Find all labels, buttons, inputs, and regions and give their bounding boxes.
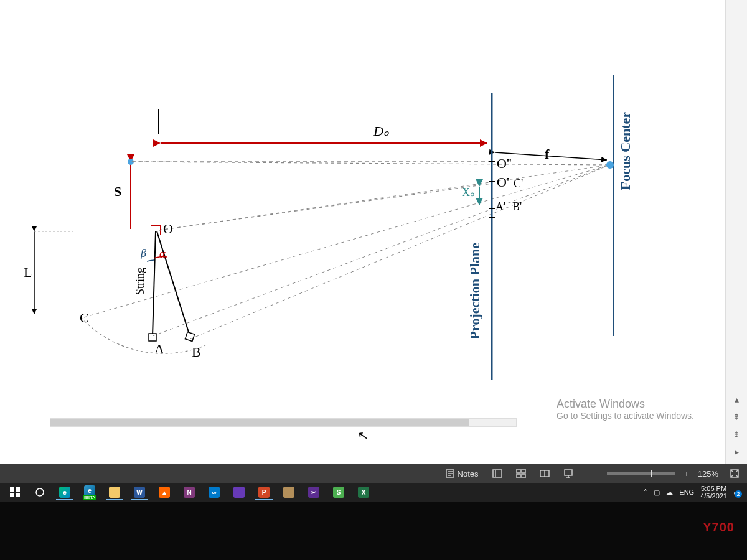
watermark-sub: Go to Settings to activate Windows. <box>557 411 694 421</box>
laptop-bezel: Y700 <box>0 502 747 560</box>
powerpoint-button[interactable]: P <box>253 484 275 500</box>
circle-icon <box>35 487 45 497</box>
slide-sorter-button[interactable] <box>514 467 529 480</box>
label-o: O <box>163 221 173 237</box>
tray-onedrive-icon[interactable]: ☁ <box>666 488 673 497</box>
rail-more-icon[interactable]: ▸ <box>731 447 742 458</box>
fit-to-window-icon <box>730 469 740 478</box>
svg-line-17 <box>84 165 610 317</box>
windows-icon <box>10 487 20 497</box>
word-icon: W <box>134 487 145 498</box>
svg-line-6 <box>132 162 610 165</box>
app3-button[interactable]: S <box>327 484 350 500</box>
svg-rect-38 <box>565 470 572 475</box>
svg-rect-30 <box>493 470 502 477</box>
beta-badge: BETA <box>83 495 96 500</box>
zoom-slider[interactable] <box>607 472 675 475</box>
edge-beta-button[interactable]: e BETA <box>78 484 101 500</box>
svg-rect-34 <box>517 474 520 478</box>
tray-language[interactable]: ENG <box>679 488 694 496</box>
notes-button[interactable]: Notes <box>443 467 481 480</box>
zoom-thumb[interactable] <box>651 470 652 477</box>
physics-diagram: Dₒ f L S O C A B α β String O'' O' C' A'… <box>0 0 725 464</box>
action-center-icon[interactable]: ▭ <box>733 488 740 497</box>
app2-button[interactable] <box>278 484 300 500</box>
label-xp: Xₚ <box>462 185 475 199</box>
svg-line-15 <box>153 165 610 336</box>
label-do: Dₒ <box>374 123 389 139</box>
powerpoint-statusbar: Notes − + 125% <box>0 464 747 483</box>
vlc-button[interactable]: ▲ <box>153 484 176 500</box>
system-tray: ˄ ▢ ☁ ENG 5:05 PM 4/5/2021 ▭ <box>644 485 743 500</box>
svg-rect-43 <box>16 487 20 492</box>
svg-rect-45 <box>16 493 20 497</box>
zoom-in-button[interactable]: + <box>684 469 689 478</box>
svg-point-46 <box>36 488 44 496</box>
cortana-button[interactable] <box>29 484 51 500</box>
notes-label: Notes <box>458 469 479 478</box>
reading-view-button[interactable] <box>537 467 552 480</box>
label-cprime: C' <box>514 177 523 190</box>
folder-icon <box>109 487 120 498</box>
label-c: C <box>80 310 89 326</box>
label-s: S <box>114 184 121 200</box>
svg-rect-32 <box>517 469 520 473</box>
rail-next-icon[interactable]: ⇟ <box>731 429 742 441</box>
windows-activation-watermark: Activate Windows Go to Settings to activ… <box>557 398 694 421</box>
zoom-out-button[interactable]: − <box>594 469 599 478</box>
watermark-title: Activate Windows <box>557 398 694 411</box>
svg-rect-12 <box>185 332 194 341</box>
excel-icon: X <box>358 487 369 498</box>
tray-clock[interactable]: 5:05 PM 4/5/2021 <box>700 485 727 500</box>
fit-to-window-button[interactable] <box>727 467 742 480</box>
normal-view-icon <box>492 469 502 478</box>
powerpoint-icon: P <box>258 487 270 498</box>
word-button[interactable]: W <box>128 484 151 500</box>
diagram-lines <box>0 0 725 464</box>
svg-line-16 <box>190 165 610 339</box>
snip-button[interactable]: ✂ <box>303 484 325 500</box>
label-beta: β <box>141 247 146 260</box>
vscode-icon: ∞ <box>209 487 220 498</box>
app2-icon <box>283 487 294 498</box>
zoom-level[interactable]: 125% <box>698 469 718 478</box>
normal-view-button[interactable] <box>490 467 505 480</box>
label-l: L <box>24 264 32 281</box>
start-button[interactable] <box>4 484 26 500</box>
rail-prev-icon[interactable]: ⇞ <box>731 412 742 423</box>
snip-icon: ✂ <box>308 487 319 498</box>
app1-button[interactable] <box>228 484 250 500</box>
svg-rect-10 <box>149 334 156 341</box>
tray-time: 5:05 PM <box>700 485 727 492</box>
horizontal-scrollbar[interactable] <box>50 418 517 427</box>
laptop-brand: Y700 <box>703 520 735 534</box>
scrollbar-thumb[interactable] <box>50 419 469 426</box>
app3-icon: S <box>333 487 344 498</box>
edge-icon: e <box>59 487 70 498</box>
label-string: String <box>134 268 147 295</box>
edge-button[interactable]: e <box>54 484 76 500</box>
screen: Dₒ f L S O C A B α β String O'' O' C' A'… <box>0 0 747 502</box>
label-bprime: B' <box>512 200 522 213</box>
notes-icon <box>445 469 455 478</box>
windows-taskbar: e e BETA W ▲ N ∞ P ✂ <box>0 483 747 502</box>
slideshow-button[interactable] <box>561 467 576 480</box>
right-rail: ▴ ⇞ ⇟ ▸ <box>725 0 747 464</box>
slide-canvas[interactable]: Dₒ f L S O C A B α β String O'' O' C' A'… <box>0 0 725 464</box>
vscode-button[interactable]: ∞ <box>203 484 225 500</box>
label-a: A <box>154 341 164 357</box>
slideshow-icon <box>563 469 573 478</box>
rail-up-icon[interactable]: ▴ <box>731 394 742 406</box>
svg-rect-42 <box>10 487 14 492</box>
svg-rect-33 <box>522 469 525 473</box>
tray-battery-icon[interactable]: ▢ <box>654 488 660 497</box>
onenote-button[interactable]: N <box>178 484 200 500</box>
file-explorer-button[interactable] <box>103 484 126 500</box>
tray-chevron-icon[interactable]: ˄ <box>644 488 647 497</box>
app1-icon <box>233 487 245 498</box>
excel-button[interactable]: X <box>352 484 375 500</box>
svg-line-8 <box>159 165 610 230</box>
label-aprime: A' <box>496 200 505 213</box>
svg-line-4 <box>495 152 607 160</box>
tray-date: 4/5/2021 <box>700 492 727 500</box>
